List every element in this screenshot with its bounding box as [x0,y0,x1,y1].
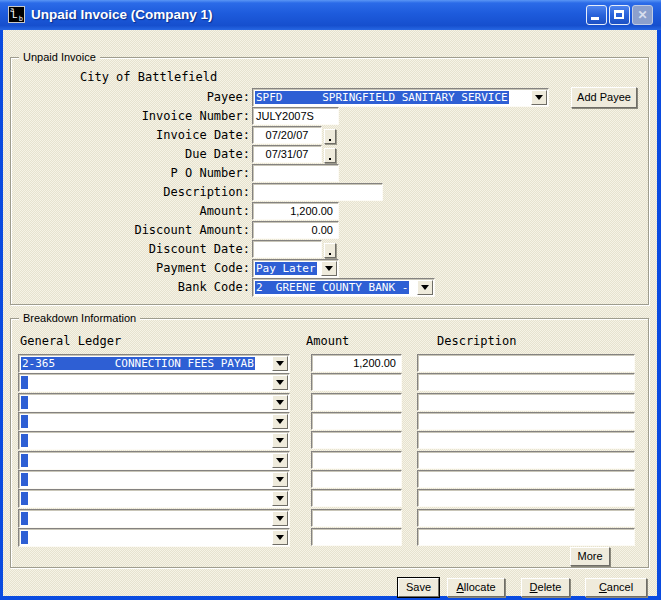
gl-dropdown-arrow-icon[interactable] [272,511,288,526]
bank-code-selected-value: 2 GREENE COUNTY BANK - [255,281,409,294]
breakdown-description-row-6[interactable] [417,451,635,469]
gl-selected-value [21,492,28,505]
save-button[interactable]: Save [398,578,439,597]
po-number-label: P O Number: [20,164,250,182]
invoice-number-field[interactable]: JULY2007S [252,107,339,125]
breakdown-group-title: Breakdown Information [19,311,140,325]
gl-combobox-row-3[interactable] [18,393,290,412]
maximize-icon [614,10,624,19]
gl-selected-value: 2-365 CONNECTION FEES PAYAB [21,357,255,370]
invoice-date-label: Invoice Date: [20,126,250,144]
payee-combobox[interactable]: SPFD SPRINGFIELD SANITARY SERVICE [252,88,549,107]
payee-dropdown-arrow-icon[interactable] [531,90,547,105]
payee-selected-value: SPFD SPRINGFIELD SANITARY SERVICE [255,91,509,104]
app-logo-letter: L [12,10,17,20]
cancel-button[interactable]: Cancel [585,578,647,597]
breakdown-amount-row-5[interactable] [311,431,402,449]
gl-dropdown-arrow-icon[interactable] [272,414,288,429]
gl-selected-value [21,531,28,544]
company-name-label: City of Battlefield [80,70,217,84]
description-column-header: Description [437,334,516,348]
discount-date-picker-button[interactable] [324,243,336,258]
maximize-button[interactable] [609,5,630,25]
allocate-button[interactable]: Allocate [447,578,505,597]
breakdown-amount-row-3[interactable] [311,393,402,411]
breakdown-description-row-4[interactable] [417,412,635,430]
breakdown-description-row-1[interactable] [417,354,635,372]
description-field[interactable] [252,183,383,201]
gl-selected-value [21,415,28,428]
unpaid-invoice-group-title: Unpaid Invoice [19,50,100,64]
gl-dropdown-arrow-icon[interactable] [272,375,288,390]
gl-combobox-row-1[interactable]: 2-365 CONNECTION FEES PAYAB [18,354,290,373]
breakdown-description-row-7[interactable] [417,470,635,488]
delete-button[interactable]: Delete [521,578,570,597]
discount-date-field[interactable] [252,240,322,258]
window-controls: ✕ [586,5,653,25]
gl-combobox-row-4[interactable] [18,412,290,431]
breakdown-amount-row-6[interactable] [311,451,402,469]
po-number-field[interactable] [252,164,339,182]
minimize-button[interactable] [586,5,607,25]
gl-dropdown-arrow-icon[interactable] [272,433,288,448]
breakdown-amount-row-9[interactable] [311,509,402,527]
breakdown-amount-row-4[interactable] [311,412,402,430]
gl-combobox-row-7[interactable] [18,470,290,489]
gl-dropdown-arrow-icon[interactable] [272,356,288,371]
gl-dropdown-arrow-icon[interactable] [272,453,288,468]
general-ledger-column-header: General Ledger [20,334,121,348]
titlebar[interactable]: a L b Unpaid Invoice (Company 1) ✕ [0,0,661,30]
gl-selected-value [21,434,28,447]
gl-combobox-row-8[interactable] [18,489,290,508]
breakdown-amount-row-7[interactable] [311,470,402,488]
payment-code-selected-value: Pay Later [255,262,317,275]
breakdown-description-row-10[interactable] [417,528,635,546]
more-button[interactable]: More [570,547,610,566]
discount-amount-label: Discount Amount: [20,221,250,239]
payment-code-dropdown-arrow-icon[interactable] [321,261,337,276]
close-icon: ✕ [633,7,652,24]
breakdown-description-row-5[interactable] [417,431,635,449]
bank-code-dropdown-arrow-icon[interactable] [417,280,433,295]
amount-column-header: Amount [306,334,349,348]
minimize-icon [591,17,599,20]
invoice-date-picker-button[interactable] [324,129,336,144]
gl-combobox-row-5[interactable] [18,431,290,450]
gl-combobox-row-6[interactable] [18,451,290,470]
gl-dropdown-arrow-icon[interactable] [272,395,288,410]
breakdown-amount-row-1[interactable]: 1,200.00 [311,354,402,372]
gl-dropdown-arrow-icon[interactable] [272,472,288,487]
invoice-date-field[interactable]: 07/20/07 [252,126,322,144]
bank-code-combobox[interactable]: 2 GREENE COUNTY BANK - [252,278,435,297]
payment-code-label: Payment Code: [20,259,250,277]
breakdown-amount-row-10[interactable] [311,528,402,546]
amount-field[interactable]: 1,200.00 [252,202,339,220]
gl-selected-value [21,473,28,486]
close-button[interactable]: ✕ [632,5,653,25]
gl-dropdown-arrow-icon[interactable] [272,491,288,506]
add-payee-button[interactable]: Add Payee [571,87,637,108]
gl-dropdown-arrow-icon[interactable] [272,530,288,545]
payment-code-combobox[interactable]: Pay Later [252,259,339,278]
gl-combobox-row-9[interactable] [18,509,290,528]
gl-combobox-row-2[interactable] [18,373,290,392]
breakdown-amount-row-8[interactable] [311,489,402,507]
breakdown-amount-row-2[interactable] [311,373,402,391]
discount-date-label: Discount Date: [20,240,250,258]
breakdown-description-row-9[interactable] [417,509,635,527]
due-date-picker-button[interactable] [324,148,336,163]
breakdown-description-row-3[interactable] [417,393,635,411]
breakdown-description-row-8[interactable] [417,489,635,507]
gl-combobox-row-10[interactable] [18,528,290,547]
due-date-field[interactable]: 07/31/07 [252,145,322,163]
discount-amount-field[interactable]: 0.00 [252,221,339,239]
payee-label: Payee: [20,88,250,106]
breakdown-description-row-2[interactable] [417,373,635,391]
gl-selected-value [21,454,28,467]
amount-label: Amount: [20,202,250,220]
description-label: Description: [20,183,250,201]
gl-selected-value [21,396,28,409]
gl-selected-value [21,376,28,389]
app-logo-icon: a L b [8,6,25,23]
unpaid-invoice-window: a L b Unpaid Invoice (Company 1) ✕ Unpai… [0,0,661,600]
